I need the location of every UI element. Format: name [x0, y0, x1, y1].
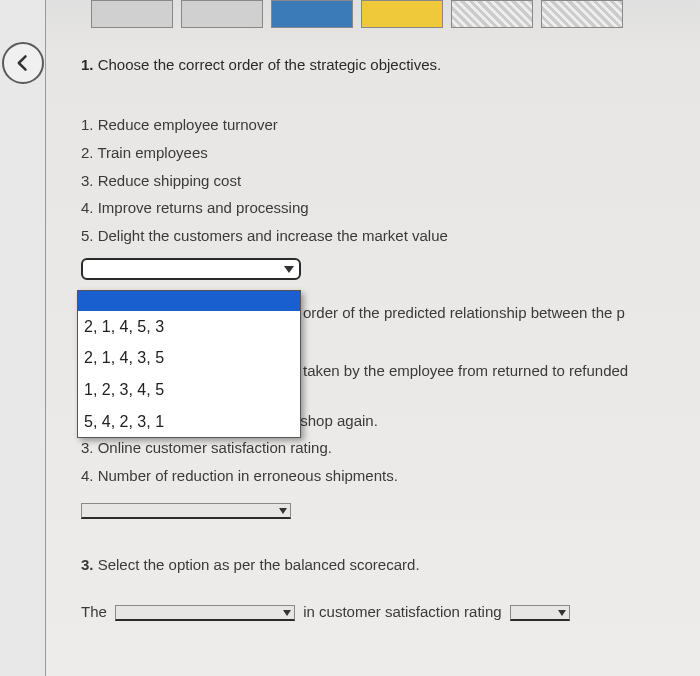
q3-sentence: The in customer satisfaction rating [81, 603, 675, 621]
strip-cell [451, 0, 533, 28]
question-prompt: Choose the correct order of the strategi… [98, 56, 442, 73]
objective-item: 5. Delight the customers and increase th… [81, 222, 675, 250]
strip-cell [271, 0, 353, 28]
strip-cell [91, 0, 173, 28]
objectives-list: 1. Reduce employee turnover 2. Train emp… [81, 111, 675, 289]
q2-line: 3. Online customer satisfaction rating. [81, 434, 675, 462]
question-1-title: 1. Choose the correct order of the strat… [81, 56, 675, 73]
objective-item: 4. Improve returns and processing [81, 194, 675, 222]
dropdown-option[interactable]: 2, 1, 4, 3, 5 [78, 342, 300, 374]
q2-line: 4. Number of reduction in erroneous ship… [81, 462, 675, 490]
objective-item: 3. Reduce shipping cost [81, 167, 675, 195]
q2-dropdown[interactable] [81, 503, 291, 519]
dropdown-option[interactable]: 2, 1, 4, 5, 3 [78, 311, 300, 343]
q3-text-mid: in customer satisfaction rating [303, 603, 501, 620]
strip-cell [541, 0, 623, 28]
objective-item: 1. Reduce employee turnover [81, 111, 675, 139]
q3-dropdown-2[interactable] [510, 605, 570, 621]
q3-text-pre: The [81, 603, 107, 620]
question-3-block: 3. Select the option as per the balanced… [81, 556, 675, 621]
back-button[interactable] [2, 42, 44, 84]
dropdown-option[interactable] [78, 291, 300, 311]
dropdown-option[interactable]: 1, 2, 3, 4, 5 [78, 374, 300, 406]
strip-cell [361, 0, 443, 28]
q1-dropdown-list: 2, 1, 4, 5, 3 2, 1, 4, 3, 5 1, 2, 3, 4, … [77, 290, 301, 438]
chevron-left-icon [13, 53, 33, 73]
question-prompt: Select the option as per the balanced sc… [98, 556, 420, 573]
strip-cell [181, 0, 263, 28]
q2-line1-text: taken by the employee from returned to r… [303, 357, 628, 385]
question-page: 1. Choose the correct order of the strat… [45, 0, 700, 676]
q1-select-wrap: 2, 1, 4, 5, 3 2, 1, 4, 3, 5 1, 2, 3, 4, … [81, 258, 301, 280]
q1-dropdown[interactable] [81, 258, 301, 280]
question-number: 1. [81, 56, 94, 73]
dropdown-option[interactable]: 5, 4, 2, 3, 1 [78, 406, 300, 438]
objective-item: 2. Train employees [81, 139, 675, 167]
top-strip [91, 0, 675, 30]
q2-intro-text: order of the predicted relationship betw… [303, 299, 625, 327]
q3-dropdown-1[interactable] [115, 605, 295, 621]
question-number: 3. [81, 556, 94, 573]
